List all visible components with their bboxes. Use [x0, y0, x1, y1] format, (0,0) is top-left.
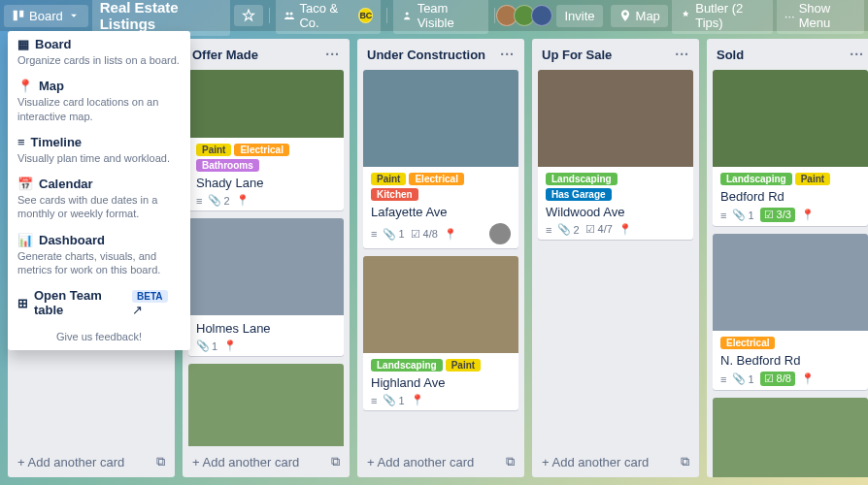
- label[interactable]: Paint: [371, 173, 406, 185]
- add-card-button[interactable]: + Add another card⧉: [357, 446, 524, 477]
- star-button[interactable]: [234, 5, 263, 26]
- map-button[interactable]: Map: [611, 5, 668, 27]
- card-cover: [713, 398, 868, 477]
- list-header[interactable]: Under Construction···: [357, 39, 524, 70]
- view-switcher-button[interactable]: Board: [4, 5, 88, 27]
- member-avatars[interactable]: [500, 5, 552, 26]
- paperclip-icon: 📎: [383, 394, 396, 406]
- board-icon: [12, 9, 25, 22]
- dropdown-item[interactable]: 📊DashboardGenerate charts, visuals, and …: [8, 227, 190, 283]
- checklist-badge-done: ☑ 8/8: [760, 372, 795, 386]
- dropdown-item-icon: ≡: [17, 135, 25, 149]
- location-icon: 📍: [236, 194, 250, 207]
- invite-button[interactable]: Invite: [556, 5, 602, 27]
- view-switcher-dropdown: ▦BoardOrganize cards in lists on a board…: [8, 31, 190, 350]
- external-link-icon: ↗: [132, 303, 143, 317]
- label[interactable]: Bathrooms: [196, 159, 259, 172]
- list-menu-icon[interactable]: ···: [500, 47, 515, 62]
- org-icon: [284, 9, 295, 22]
- card[interactable]: LandscapingHas GarageWildwood Ave≡📎2☑ 4/…: [538, 70, 693, 240]
- card-badges: ≡📎1📍: [371, 394, 511, 406]
- label[interactable]: Landscaping: [371, 359, 443, 372]
- dropdown-item[interactable]: 📅CalendarSee cards with due dates in a m…: [8, 171, 190, 227]
- card-cover: [188, 218, 344, 315]
- template-icon[interactable]: ⧉: [331, 454, 340, 469]
- dropdown-item-title: 📊Dashboard: [17, 233, 181, 247]
- attachment-badge: 📎2: [208, 194, 229, 207]
- card-member-avatar[interactable]: [489, 223, 511, 244]
- label[interactable]: Paint: [196, 144, 231, 156]
- dropdown-item-title: ⊞Open Team table: [17, 288, 132, 317]
- card[interactable]: ElectricalN. Bedford Rd≡📎1☑ 8/8📍: [713, 234, 868, 390]
- template-icon[interactable]: ⧉: [156, 454, 165, 469]
- add-card-label: + Add another card: [542, 455, 649, 469]
- attachment-badge: 📎1: [732, 209, 753, 221]
- card-content: LandscapingHas GarageWildwood Ave≡📎2☑ 4/…: [538, 167, 693, 240]
- org-button[interactable]: Taco & Co. BC: [276, 0, 381, 34]
- visibility-button[interactable]: Team Visible: [393, 0, 487, 34]
- card-title: N. Bedford Rd: [720, 353, 860, 368]
- dropdown-item-title: ≡Timeline: [17, 135, 181, 149]
- card-labels: Electrical: [720, 337, 860, 349]
- card-title: Wildwood Ave: [546, 205, 685, 219]
- label[interactable]: Electrical: [409, 173, 463, 185]
- label[interactable]: Landscaping: [546, 173, 618, 185]
- show-menu-label: Show Menu: [799, 1, 856, 30]
- list: Sold···LandscapingPaintBedford Rd≡📎1☑ 3/…: [707, 39, 868, 477]
- description-icon: ≡: [196, 195, 202, 207]
- dropdown-item-desc: Visualize card locations on an interacti…: [17, 95, 181, 123]
- label[interactable]: Paint: [446, 359, 481, 372]
- label[interactable]: Kitchen: [371, 188, 418, 201]
- add-card-button[interactable]: + Add another card⧉: [8, 446, 175, 477]
- visibility-label: Team Visible: [417, 1, 481, 30]
- list-menu-icon[interactable]: ···: [325, 47, 340, 62]
- dropdown-item[interactable]: ≡TimelineVisually plan time and workload…: [8, 129, 190, 171]
- table-icon: ⊞: [17, 296, 28, 310]
- label[interactable]: Paint: [795, 173, 830, 185]
- list-header[interactable]: Sold···: [707, 39, 868, 70]
- butler-button[interactable]: Butler (2 Tips): [672, 0, 773, 34]
- template-icon[interactable]: ⧉: [681, 454, 689, 469]
- list-header[interactable]: Up For Sale···: [532, 39, 699, 70]
- card[interactable]: LandscapingPaintBedford Rd≡📎1☑ 3/3📍: [713, 70, 868, 226]
- add-card-button[interactable]: + Add another card⧉: [183, 446, 350, 477]
- dropdown-item-title: 📅Calendar: [17, 177, 181, 191]
- list-header[interactable]: Offer Made···: [183, 39, 350, 70]
- avatar[interactable]: [531, 5, 552, 26]
- card[interactable]: LandscapingPaintHighland Ave≡📎1📍: [363, 256, 518, 410]
- dropdown-item-icon: 📊: [17, 233, 33, 247]
- label[interactable]: Electrical: [234, 144, 288, 156]
- feedback-link[interactable]: Give us feedback!: [8, 323, 190, 350]
- show-menu-button[interactable]: ··· Show Menu: [777, 0, 864, 34]
- card-cover: [363, 256, 518, 353]
- list-menu-icon[interactable]: ···: [850, 47, 864, 62]
- paperclip-icon: 📎: [208, 194, 221, 207]
- list-menu-icon[interactable]: ···: [675, 47, 689, 62]
- card-cover: [713, 70, 868, 167]
- dropdown-item-desc: See cards with due dates in a monthly or…: [17, 193, 181, 221]
- add-card-button[interactable]: + Add another card⧉: [532, 446, 699, 477]
- card-content: PaintElectricalKitchenLafayette Ave≡📎1☑ …: [363, 167, 518, 248]
- template-icon[interactable]: ⧉: [506, 454, 515, 469]
- card[interactable]: LandscapingPaintKitchenHalstead Ave≡📎2📍: [188, 364, 344, 446]
- label[interactable]: Landscaping: [720, 173, 792, 185]
- label[interactable]: Electrical: [720, 337, 775, 349]
- svg-rect-1: [19, 11, 23, 17]
- dropdown-item[interactable]: ▦BoardOrganize cards in lists on a board…: [8, 31, 190, 73]
- card-content: Holmes Lane📎1📍: [188, 315, 344, 356]
- open-team-table-item[interactable]: ⊞Open Team tableBETA ↗: [8, 282, 190, 323]
- dropdown-item-icon: ▦: [17, 37, 29, 51]
- card-cover: [363, 70, 518, 167]
- card[interactable]: PaintElectricalKitchenLafayette Ave≡📎1☑ …: [363, 70, 518, 248]
- card[interactable]: Holmes Lane📎1📍: [188, 218, 344, 356]
- card[interactable]: PaintElectricalBathroomsShady Lane≡📎2📍: [188, 70, 344, 210]
- add-card-label: + Add another card: [367, 455, 474, 469]
- card-content: LandscapingPaintHighland Ave≡📎1📍: [363, 353, 518, 410]
- card-labels: LandscapingPaint: [720, 173, 860, 185]
- label[interactable]: Has Garage: [546, 188, 612, 201]
- card[interactable]: [713, 398, 868, 477]
- card-badges: ≡📎1☑ 8/8📍: [720, 372, 860, 386]
- dropdown-item[interactable]: 📍MapVisualize card locations on an inter…: [8, 73, 190, 129]
- team-icon: [401, 9, 413, 22]
- location-icon: 📍: [411, 394, 424, 406]
